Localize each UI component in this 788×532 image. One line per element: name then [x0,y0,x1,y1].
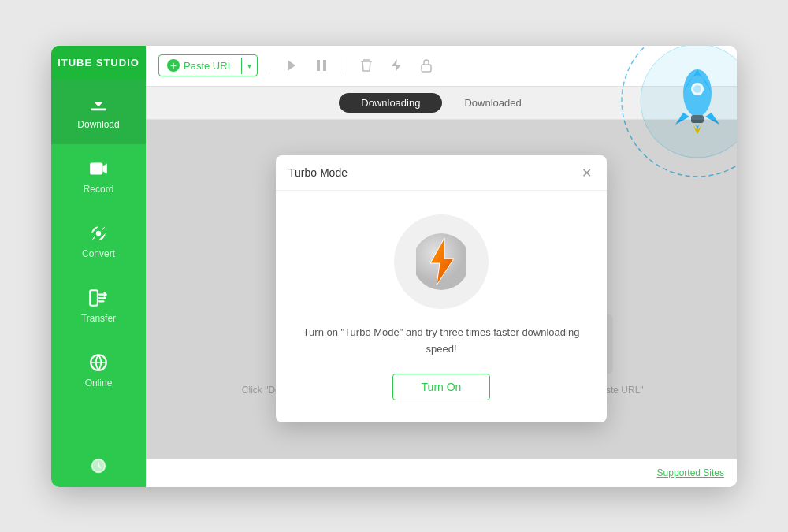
svg-rect-6 [317,60,320,71]
convert-icon [88,223,109,244]
sidebar: ITUBE STUDIO Download Record [51,46,146,487]
turbo-icon-circle [394,214,489,309]
sidebar-label-download: Download [77,119,119,130]
download-icon [88,94,109,114]
svg-point-20 [693,85,701,93]
modal-title: Turbo Mode [288,166,348,179]
turn-on-button[interactable]: Turn On [392,374,491,400]
record-icon [88,158,109,179]
app-window: ITUBE STUDIO Download Record [51,46,737,487]
paste-url-label: Paste URL [184,60,233,72]
svg-rect-8 [422,65,431,72]
transfer-icon [88,288,109,308]
svg-rect-7 [323,60,326,71]
app-logo: ITUBE STUDIO [51,46,146,80]
sidebar-item-online[interactable]: Online [51,338,146,403]
sidebar-nav: Download Record Convert [51,80,146,445]
play-button[interactable] [281,54,303,76]
sidebar-label-convert: Convert [82,248,115,259]
sidebar-bottom [90,445,107,487]
sidebar-label-record: Record [84,184,114,195]
sidebar-item-download[interactable]: Download [51,80,146,144]
svg-rect-3 [90,290,98,306]
clock-icon[interactable] [90,457,107,474]
paste-url-button[interactable]: + Paste URL ▾ [158,54,258,76]
dropdown-arrow-icon[interactable]: ▾ [241,58,257,74]
tab-downloaded[interactable]: Downloaded [442,93,543,113]
modal-description: Turn on "Turbo Mode" and try three times… [295,325,588,358]
sidebar-label-online: Online [85,378,113,389]
lock-button[interactable] [415,54,437,76]
turbo-mode-modal: Turbo Mode ✕ [276,155,607,422]
delete-button[interactable] [355,54,377,76]
pause-button[interactable] [310,54,333,76]
modal-overlay: Turbo Mode ✕ [146,120,737,459]
svg-rect-0 [91,108,106,110]
modal-close-button[interactable]: ✕ [578,165,594,180]
turbo-button[interactable] [385,54,407,76]
lightning-bolt-icon [416,230,466,293]
svg-point-2 [96,230,102,236]
online-icon [88,352,109,373]
modal-header: Turbo Mode ✕ [276,155,607,191]
svg-rect-1 [90,162,102,174]
modal-body: Turn on "Turbo Mode" and try three times… [276,191,607,422]
sidebar-item-record[interactable]: Record [51,144,146,209]
toolbar-separator-2 [344,57,344,74]
sidebar-item-convert[interactable]: Convert [51,209,146,273]
bottom-bar: Supported Sites [146,459,737,487]
toolbar-separator-1 [269,57,269,74]
supported-sites-link[interactable]: Supported Sites [657,467,724,478]
content-area: Click "Download" button on your browser.… [146,120,737,459]
sidebar-label-transfer: Transfer [81,313,116,324]
tab-downloading[interactable]: Downloading [339,93,442,113]
plus-icon: + [167,59,180,72]
paste-url-main[interactable]: + Paste URL [159,55,241,76]
sidebar-item-transfer[interactable]: Transfer [51,273,146,338]
